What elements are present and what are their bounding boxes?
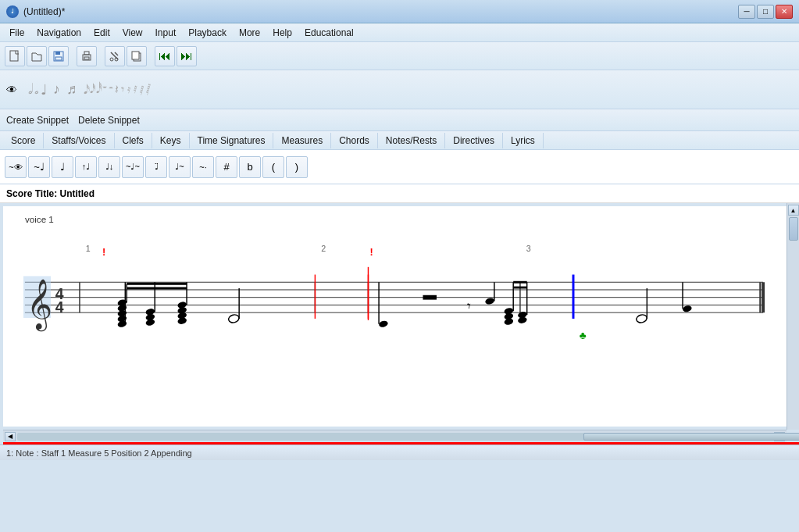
svg-rect-3 xyxy=(55,57,62,60)
scroll-thumb-h[interactable] xyxy=(583,433,799,441)
horizontal-scrollbar[interactable]: ◀ ▶ xyxy=(3,430,787,442)
open-button[interactable] xyxy=(27,46,47,66)
notation-flat[interactable]: b xyxy=(239,156,261,178)
menu-input[interactable]: Input xyxy=(149,26,183,40)
tab-score[interactable]: Score xyxy=(3,133,44,148)
rest-eighth[interactable]: 𝄾 xyxy=(119,81,123,98)
tab-measures[interactable]: Measures xyxy=(273,133,331,148)
svg-rect-2 xyxy=(55,52,60,55)
note-whole[interactable]: 𝅗𝅥 xyxy=(27,80,30,99)
notation-toolbar: ~👁 ~♩ ♩ ↑♩ ♩↓ ~♩~ ♩̈ ♩~ ~· # b ( ) xyxy=(0,150,799,184)
svg-text:4: 4 xyxy=(55,298,64,316)
svg-text:1: 1 xyxy=(86,244,91,253)
scroll-up-arrow[interactable]: ▲ xyxy=(788,205,799,216)
svg-text:♣: ♣ xyxy=(580,330,587,341)
scroll-left-arrow[interactable]: ◀ xyxy=(5,432,16,441)
main-area: voice 1 1 2 3 ! ! 𝄞 4 4 xyxy=(0,203,799,430)
menu-educational[interactable]: Educational xyxy=(298,26,360,40)
note-64th[interactable]: 𝅘𝅥𝅰 xyxy=(88,81,91,98)
score-container[interactable]: voice 1 1 2 3 ! ! 𝄞 4 4 xyxy=(3,206,787,427)
print-button[interactable] xyxy=(77,46,97,66)
tab-staffs-voices[interactable]: Staffs/Voices xyxy=(44,133,114,148)
tab-directives[interactable]: Directives xyxy=(445,133,503,148)
menu-edit[interactable]: Edit xyxy=(87,26,116,40)
create-snippet-button[interactable]: Create Snippet xyxy=(6,115,69,126)
rest-whole[interactable]: 𝄻 xyxy=(101,81,104,98)
rest-16th[interactable]: 𝄿 xyxy=(126,81,129,98)
rest-quarter[interactable]: 𝄽 xyxy=(113,81,116,98)
play-button[interactable]: ⏭ xyxy=(177,46,197,66)
svg-point-52 xyxy=(177,301,187,309)
tab-lyrics[interactable]: Lyrics xyxy=(503,133,544,148)
window-controls: ─ □ ✕ xyxy=(738,5,793,19)
rest-32nd[interactable]: 𝅀 xyxy=(132,82,135,98)
scroll-thumb[interactable] xyxy=(789,217,798,241)
tab-chords[interactable]: Chords xyxy=(331,133,378,148)
note-32nd[interactable]: 𝅘𝅥𝅯 xyxy=(82,81,85,98)
notation-paren-left[interactable]: ( xyxy=(262,156,284,178)
svg-rect-0 xyxy=(10,51,18,61)
score-svg: voice 1 1 2 3 ! ! 𝄞 4 4 xyxy=(3,206,787,427)
main-toolbar: ⏮ ⏭ xyxy=(0,42,799,70)
svg-text:𝄞: 𝄞 xyxy=(27,279,52,332)
notation-wave-eye[interactable]: ~👁 xyxy=(5,156,27,178)
svg-text:𝄾: 𝄾 xyxy=(467,303,471,309)
tab-keys[interactable]: Keys xyxy=(152,133,190,148)
app-icon: ♩ xyxy=(6,5,19,18)
svg-line-8 xyxy=(115,52,118,55)
note-eighth[interactable]: ♪ xyxy=(52,80,62,99)
menu-more[interactable]: More xyxy=(233,26,266,40)
notation-note-6[interactable]: ♩~ xyxy=(169,156,191,178)
close-button[interactable]: ✕ xyxy=(776,5,793,19)
notation-dotted[interactable]: ~· xyxy=(192,156,214,178)
notation-note-3[interactable]: ♩↓ xyxy=(98,156,120,178)
svg-rect-12 xyxy=(132,52,139,59)
new-button[interactable] xyxy=(5,46,25,66)
tab-time-signatures[interactable]: Time Signatures xyxy=(190,133,274,148)
rest-128th[interactable]: 𝅂 xyxy=(144,82,148,98)
delete-snippet-button[interactable]: Delete Snippet xyxy=(78,115,140,126)
svg-rect-6 xyxy=(84,57,89,59)
notation-paren-right[interactable]: ) xyxy=(286,156,308,178)
maximize-button[interactable]: □ xyxy=(757,5,774,19)
notation-note-4[interactable]: ~♩~ xyxy=(122,156,144,178)
note-sixteenth[interactable]: ♬ xyxy=(65,80,79,99)
menu-bar: File Navigation Edit View Input Playback… xyxy=(0,23,799,42)
svg-text:!: ! xyxy=(102,247,105,258)
rewind-button[interactable]: ⏮ xyxy=(155,46,175,66)
svg-point-43 xyxy=(117,298,127,307)
note-palette: 👁 𝅗𝅥 𝅗 ♩ ♪ ♬ 𝅘𝅥𝅯 𝅘𝅥𝅰 𝅘𝅥𝅱 𝄻 𝄼 𝄽 𝄾 𝄿 𝅀 𝅁 𝅂 xyxy=(0,70,799,109)
svg-rect-60 xyxy=(423,295,437,300)
copy-button[interactable] xyxy=(127,46,147,66)
eye-icon[interactable]: 👁 xyxy=(6,84,17,96)
menu-playback[interactable]: Playback xyxy=(182,26,233,40)
notation-note-5[interactable]: ♩̈ xyxy=(145,156,167,178)
status-text: 1: Note : Staff 1 Measure 5 Position 2 A… xyxy=(6,448,192,458)
svg-text:voice 1: voice 1 xyxy=(25,214,54,224)
cut-button[interactable] xyxy=(105,46,125,66)
menu-view[interactable]: View xyxy=(116,26,149,40)
rest-64th[interactable]: 𝅁 xyxy=(138,82,141,98)
notation-note-1[interactable]: ♩ xyxy=(52,156,73,178)
notation-note-2[interactable]: ↑♩ xyxy=(75,156,97,178)
vertical-scrollbar[interactable]: ▲ xyxy=(787,203,799,430)
tab-clefs[interactable]: Clefs xyxy=(115,133,152,148)
menu-file[interactable]: File xyxy=(3,26,30,40)
minimize-button[interactable]: ─ xyxy=(738,5,755,19)
svg-line-7 xyxy=(111,52,118,59)
notation-hash[interactable]: # xyxy=(216,156,237,178)
note-128th[interactable]: 𝅘𝅥𝅱 xyxy=(95,81,98,98)
note-half[interactable]: 𝅗 xyxy=(33,80,36,99)
svg-point-66 xyxy=(504,307,514,316)
rest-half[interactable]: 𝄼 xyxy=(107,81,110,98)
tab-notes-rests[interactable]: Notes/Rests xyxy=(378,133,445,148)
score-title-label: Score Title: Untitled xyxy=(6,188,95,199)
notation-tilde-note[interactable]: ~♩ xyxy=(28,156,50,178)
snippet-bar: Create Snippet Delete Snippet xyxy=(0,109,799,131)
svg-point-9 xyxy=(110,58,113,61)
save-button[interactable] xyxy=(48,46,69,66)
menu-help[interactable]: Help xyxy=(266,26,298,40)
tab-bar: Score Staffs/Voices Clefs Keys Time Sign… xyxy=(0,131,799,150)
note-quarter[interactable]: ♩ xyxy=(39,80,48,100)
menu-navigation[interactable]: Navigation xyxy=(30,26,87,40)
